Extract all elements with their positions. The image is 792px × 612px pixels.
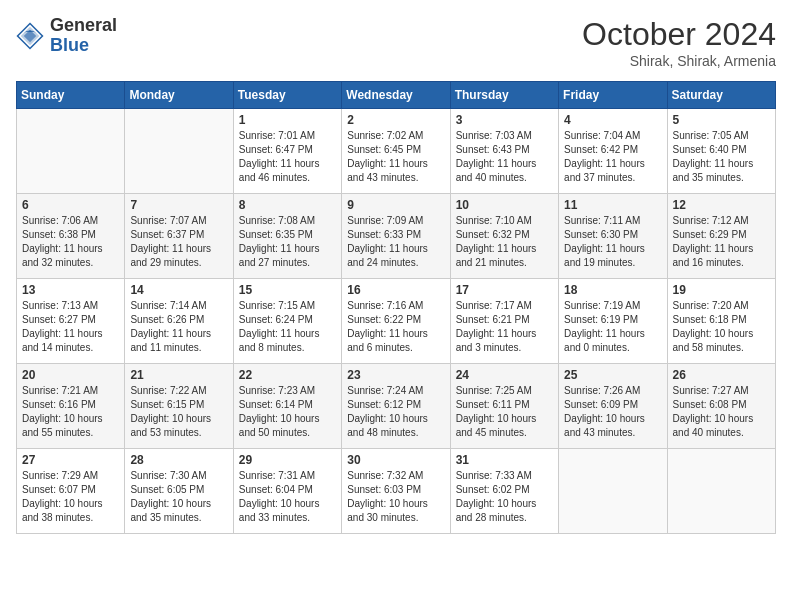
day-info: Sunrise: 7:23 AM Sunset: 6:14 PM Dayligh…: [239, 384, 336, 440]
day-number: 16: [347, 283, 444, 297]
calendar-cell: 23Sunrise: 7:24 AM Sunset: 6:12 PM Dayli…: [342, 364, 450, 449]
calendar-week-row: 1Sunrise: 7:01 AM Sunset: 6:47 PM Daylig…: [17, 109, 776, 194]
day-info: Sunrise: 7:02 AM Sunset: 6:45 PM Dayligh…: [347, 129, 444, 185]
day-number: 15: [239, 283, 336, 297]
calendar-cell: 2Sunrise: 7:02 AM Sunset: 6:45 PM Daylig…: [342, 109, 450, 194]
calendar-cell: 27Sunrise: 7:29 AM Sunset: 6:07 PM Dayli…: [17, 449, 125, 534]
calendar-cell: 1Sunrise: 7:01 AM Sunset: 6:47 PM Daylig…: [233, 109, 341, 194]
calendar-cell: 30Sunrise: 7:32 AM Sunset: 6:03 PM Dayli…: [342, 449, 450, 534]
calendar-cell: [17, 109, 125, 194]
calendar-week-row: 6Sunrise: 7:06 AM Sunset: 6:38 PM Daylig…: [17, 194, 776, 279]
day-info: Sunrise: 7:19 AM Sunset: 6:19 PM Dayligh…: [564, 299, 661, 355]
day-of-week-header: Monday: [125, 82, 233, 109]
day-info: Sunrise: 7:11 AM Sunset: 6:30 PM Dayligh…: [564, 214, 661, 270]
calendar-cell: 11Sunrise: 7:11 AM Sunset: 6:30 PM Dayli…: [559, 194, 667, 279]
calendar-cell: 25Sunrise: 7:26 AM Sunset: 6:09 PM Dayli…: [559, 364, 667, 449]
calendar-cell: [125, 109, 233, 194]
day-info: Sunrise: 7:20 AM Sunset: 6:18 PM Dayligh…: [673, 299, 770, 355]
day-info: Sunrise: 7:30 AM Sunset: 6:05 PM Dayligh…: [130, 469, 227, 525]
calendar-cell: 7Sunrise: 7:07 AM Sunset: 6:37 PM Daylig…: [125, 194, 233, 279]
month-title: October 2024: [582, 16, 776, 53]
calendar-cell: 5Sunrise: 7:05 AM Sunset: 6:40 PM Daylig…: [667, 109, 775, 194]
logo-text: General Blue: [50, 16, 117, 56]
day-number: 4: [564, 113, 661, 127]
day-number: 17: [456, 283, 553, 297]
day-number: 2: [347, 113, 444, 127]
calendar-cell: 29Sunrise: 7:31 AM Sunset: 6:04 PM Dayli…: [233, 449, 341, 534]
calendar-week-row: 13Sunrise: 7:13 AM Sunset: 6:27 PM Dayli…: [17, 279, 776, 364]
day-number: 27: [22, 453, 119, 467]
day-info: Sunrise: 7:24 AM Sunset: 6:12 PM Dayligh…: [347, 384, 444, 440]
day-info: Sunrise: 7:33 AM Sunset: 6:02 PM Dayligh…: [456, 469, 553, 525]
day-info: Sunrise: 7:08 AM Sunset: 6:35 PM Dayligh…: [239, 214, 336, 270]
calendar-week-row: 20Sunrise: 7:21 AM Sunset: 6:16 PM Dayli…: [17, 364, 776, 449]
day-number: 29: [239, 453, 336, 467]
calendar-header-row: SundayMondayTuesdayWednesdayThursdayFrid…: [17, 82, 776, 109]
day-number: 24: [456, 368, 553, 382]
day-number: 19: [673, 283, 770, 297]
day-number: 12: [673, 198, 770, 212]
day-info: Sunrise: 7:27 AM Sunset: 6:08 PM Dayligh…: [673, 384, 770, 440]
day-number: 18: [564, 283, 661, 297]
day-number: 6: [22, 198, 119, 212]
location: Shirak, Shirak, Armenia: [582, 53, 776, 69]
calendar-cell: 22Sunrise: 7:23 AM Sunset: 6:14 PM Dayli…: [233, 364, 341, 449]
calendar-cell: 19Sunrise: 7:20 AM Sunset: 6:18 PM Dayli…: [667, 279, 775, 364]
calendar-cell: 13Sunrise: 7:13 AM Sunset: 6:27 PM Dayli…: [17, 279, 125, 364]
day-number: 8: [239, 198, 336, 212]
day-of-week-header: Tuesday: [233, 82, 341, 109]
day-info: Sunrise: 7:10 AM Sunset: 6:32 PM Dayligh…: [456, 214, 553, 270]
day-info: Sunrise: 7:12 AM Sunset: 6:29 PM Dayligh…: [673, 214, 770, 270]
day-number: 30: [347, 453, 444, 467]
calendar-cell: 21Sunrise: 7:22 AM Sunset: 6:15 PM Dayli…: [125, 364, 233, 449]
calendar-cell: 3Sunrise: 7:03 AM Sunset: 6:43 PM Daylig…: [450, 109, 558, 194]
day-info: Sunrise: 7:26 AM Sunset: 6:09 PM Dayligh…: [564, 384, 661, 440]
calendar-cell: 26Sunrise: 7:27 AM Sunset: 6:08 PM Dayli…: [667, 364, 775, 449]
day-number: 31: [456, 453, 553, 467]
calendar-cell: 15Sunrise: 7:15 AM Sunset: 6:24 PM Dayli…: [233, 279, 341, 364]
day-number: 21: [130, 368, 227, 382]
day-info: Sunrise: 7:04 AM Sunset: 6:42 PM Dayligh…: [564, 129, 661, 185]
logo-icon: [16, 22, 44, 50]
calendar-cell: 24Sunrise: 7:25 AM Sunset: 6:11 PM Dayli…: [450, 364, 558, 449]
calendar-cell: 18Sunrise: 7:19 AM Sunset: 6:19 PM Dayli…: [559, 279, 667, 364]
calendar-cell: 6Sunrise: 7:06 AM Sunset: 6:38 PM Daylig…: [17, 194, 125, 279]
calendar-cell: 4Sunrise: 7:04 AM Sunset: 6:42 PM Daylig…: [559, 109, 667, 194]
day-of-week-header: Thursday: [450, 82, 558, 109]
day-info: Sunrise: 7:31 AM Sunset: 6:04 PM Dayligh…: [239, 469, 336, 525]
day-info: Sunrise: 7:06 AM Sunset: 6:38 PM Dayligh…: [22, 214, 119, 270]
calendar-cell: 28Sunrise: 7:30 AM Sunset: 6:05 PM Dayli…: [125, 449, 233, 534]
logo-general: General: [50, 16, 117, 36]
calendar-cell: 31Sunrise: 7:33 AM Sunset: 6:02 PM Dayli…: [450, 449, 558, 534]
day-number: 5: [673, 113, 770, 127]
day-info: Sunrise: 7:25 AM Sunset: 6:11 PM Dayligh…: [456, 384, 553, 440]
day-info: Sunrise: 7:29 AM Sunset: 6:07 PM Dayligh…: [22, 469, 119, 525]
day-number: 1: [239, 113, 336, 127]
logo: General Blue: [16, 16, 117, 56]
title-block: October 2024 Shirak, Shirak, Armenia: [582, 16, 776, 69]
day-of-week-header: Saturday: [667, 82, 775, 109]
day-info: Sunrise: 7:09 AM Sunset: 6:33 PM Dayligh…: [347, 214, 444, 270]
page-header: General Blue October 2024 Shirak, Shirak…: [16, 16, 776, 69]
day-number: 9: [347, 198, 444, 212]
calendar-cell: 12Sunrise: 7:12 AM Sunset: 6:29 PM Dayli…: [667, 194, 775, 279]
day-info: Sunrise: 7:21 AM Sunset: 6:16 PM Dayligh…: [22, 384, 119, 440]
day-of-week-header: Wednesday: [342, 82, 450, 109]
calendar-table: SundayMondayTuesdayWednesdayThursdayFrid…: [16, 81, 776, 534]
calendar-cell: 16Sunrise: 7:16 AM Sunset: 6:22 PM Dayli…: [342, 279, 450, 364]
day-number: 7: [130, 198, 227, 212]
day-info: Sunrise: 7:17 AM Sunset: 6:21 PM Dayligh…: [456, 299, 553, 355]
day-info: Sunrise: 7:07 AM Sunset: 6:37 PM Dayligh…: [130, 214, 227, 270]
day-number: 14: [130, 283, 227, 297]
day-number: 10: [456, 198, 553, 212]
calendar-cell: 10Sunrise: 7:10 AM Sunset: 6:32 PM Dayli…: [450, 194, 558, 279]
calendar-cell: 20Sunrise: 7:21 AM Sunset: 6:16 PM Dayli…: [17, 364, 125, 449]
day-number: 13: [22, 283, 119, 297]
day-number: 22: [239, 368, 336, 382]
day-info: Sunrise: 7:01 AM Sunset: 6:47 PM Dayligh…: [239, 129, 336, 185]
day-info: Sunrise: 7:16 AM Sunset: 6:22 PM Dayligh…: [347, 299, 444, 355]
day-info: Sunrise: 7:13 AM Sunset: 6:27 PM Dayligh…: [22, 299, 119, 355]
day-number: 26: [673, 368, 770, 382]
day-number: 25: [564, 368, 661, 382]
logo-blue: Blue: [50, 36, 117, 56]
